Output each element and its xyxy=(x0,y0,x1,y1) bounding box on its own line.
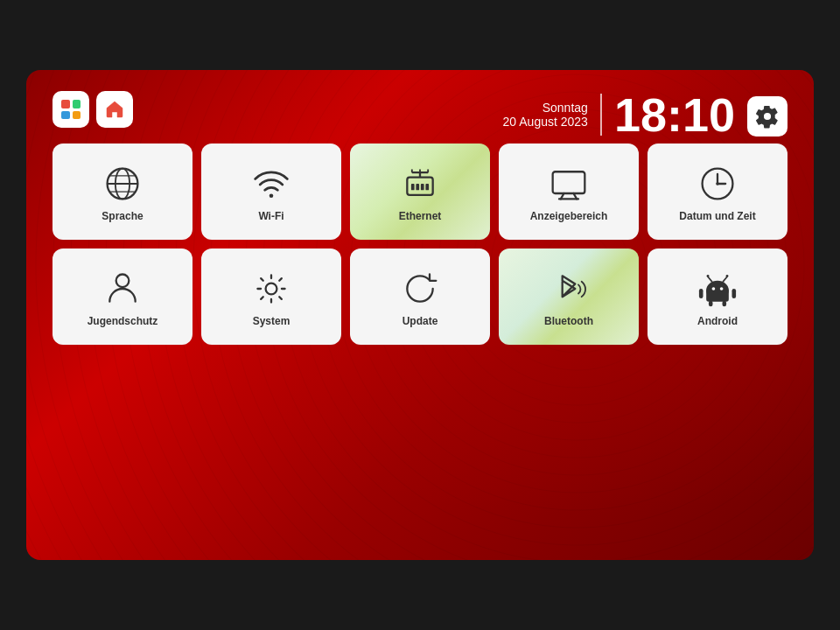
datetime-divider xyxy=(600,94,602,136)
svg-rect-29 xyxy=(723,301,727,306)
date-full: 20 August 2023 xyxy=(503,115,588,129)
settings-gear-icon xyxy=(755,104,780,129)
tile-jugendschutz[interactable]: Jugendschutz xyxy=(52,248,192,345)
settings-grid: Sprache Wi-Fi xyxy=(52,144,788,345)
svg-point-23 xyxy=(716,182,719,186)
svg-rect-10 xyxy=(425,184,429,190)
svg-rect-16 xyxy=(553,172,585,193)
home-button[interactable] xyxy=(96,91,133,128)
tile-anzeigebereich[interactable]: Anzeigebereich xyxy=(499,144,639,240)
svg-rect-28 xyxy=(709,301,713,306)
tile-sprache[interactable]: Sprache xyxy=(52,144,192,240)
refresh-icon xyxy=(401,270,439,308)
tile-datum[interactable]: Datum und Zeit xyxy=(648,144,788,240)
windows-grid-icon xyxy=(61,100,80,119)
tile-ethernet[interactable]: Ethernet xyxy=(350,144,490,240)
svg-point-5 xyxy=(270,193,274,198)
wifi-icon xyxy=(252,164,290,203)
datetime-block: Sonntag 20 August 2023 18:10 xyxy=(503,91,735,138)
tile-sprache-label: Sprache xyxy=(102,210,143,222)
tile-anzeigebereich-label: Anzeigebereich xyxy=(530,210,608,222)
tile-bluetooth-label: Bluetooth xyxy=(544,315,593,327)
tile-wifi-label: Wi-Fi xyxy=(258,210,284,222)
tile-jugendschutz-label: Jugendschutz xyxy=(88,315,158,327)
tile-update[interactable]: Update xyxy=(350,248,490,345)
tile-update-label: Update xyxy=(402,315,438,327)
bluetooth-icon xyxy=(550,270,588,308)
android-icon xyxy=(698,270,737,308)
svg-line-34 xyxy=(708,276,712,282)
top-icon-bar xyxy=(52,91,133,128)
svg-line-35 xyxy=(723,276,727,282)
tile-ethernet-label: Ethernet xyxy=(399,210,442,222)
svg-rect-8 xyxy=(416,184,419,190)
home-icon xyxy=(104,99,125,120)
svg-point-25 xyxy=(266,284,277,295)
tile-system[interactable]: System xyxy=(201,248,341,345)
svg-rect-27 xyxy=(706,289,729,302)
system-gear-icon xyxy=(252,270,290,308)
tv-screen: Sonntag 20 August 2023 18:10 Sprache xyxy=(26,70,814,560)
tile-system-label: System xyxy=(253,315,290,327)
svg-rect-7 xyxy=(411,184,415,190)
day-name: Sonntag xyxy=(503,101,588,115)
tile-android[interactable]: Android xyxy=(648,248,788,345)
svg-rect-9 xyxy=(421,184,424,190)
header: Sonntag 20 August 2023 18:10 xyxy=(52,88,788,128)
svg-point-37 xyxy=(726,275,729,277)
person-icon xyxy=(103,270,142,308)
clock-icon xyxy=(698,164,737,203)
ethernet-icon xyxy=(401,164,439,203)
tile-bluetooth[interactable]: Bluetooth xyxy=(499,248,639,345)
svg-rect-31 xyxy=(732,289,737,298)
svg-point-36 xyxy=(707,275,710,277)
globe-icon xyxy=(103,164,142,203)
time-display: 18:10 xyxy=(614,91,735,138)
date-text: Sonntag 20 August 2023 xyxy=(503,101,588,129)
display-icon xyxy=(550,164,588,203)
svg-rect-6 xyxy=(407,178,432,195)
tile-android-label: Android xyxy=(697,315,738,327)
svg-point-24 xyxy=(116,275,130,288)
svg-point-33 xyxy=(720,287,724,290)
tile-datum-label: Datum und Zeit xyxy=(679,210,755,222)
settings-button[interactable] xyxy=(747,96,788,136)
svg-point-32 xyxy=(712,287,716,290)
tile-wifi[interactable]: Wi-Fi xyxy=(201,144,341,240)
svg-rect-30 xyxy=(699,289,704,298)
apps-icon-button[interactable] xyxy=(52,91,89,128)
